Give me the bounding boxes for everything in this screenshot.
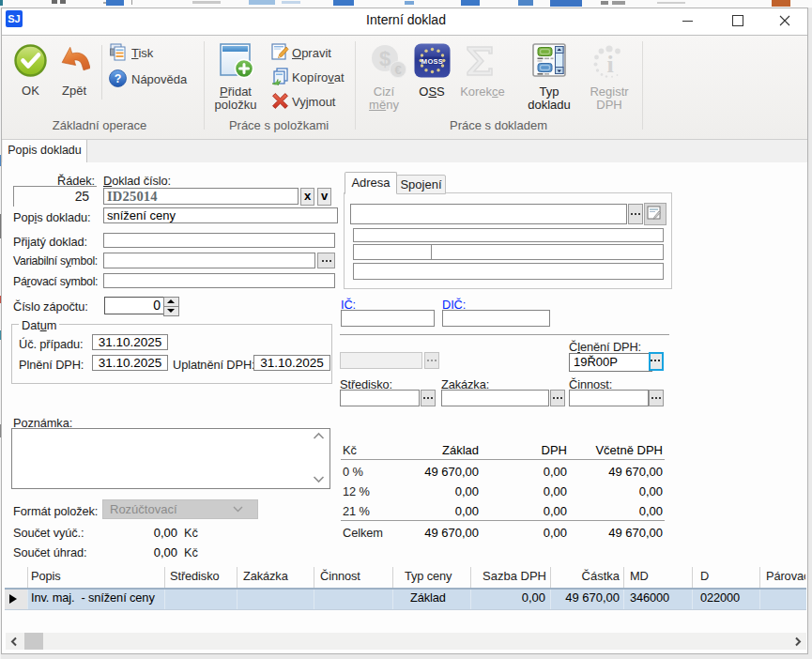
- svg-text:i: i: [606, 51, 613, 78]
- svg-text:?: ?: [115, 72, 122, 85]
- svg-text:MOSS: MOSS: [421, 57, 443, 66]
- svg-text:€: €: [394, 63, 401, 77]
- svg-text:$: $: [379, 47, 391, 70]
